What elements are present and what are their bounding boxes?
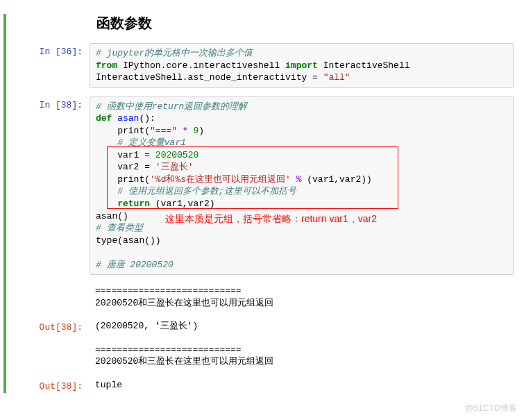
code-text: ( bbox=[144, 174, 150, 185]
annotation-text: 这里本质是元组，括号常省略：return var1，var2 bbox=[165, 212, 377, 226]
code-comment: # 查看类型 bbox=[96, 223, 143, 233]
output-cell: Out[38]: tuple bbox=[6, 378, 524, 393]
code-comment: # 唐唐 20200520 bbox=[96, 260, 174, 270]
code-op: % bbox=[291, 174, 307, 185]
input-prompt: In [36]: bbox=[27, 43, 90, 88]
code-text: InteractiveShell.ast_node_interactivity … bbox=[96, 72, 323, 83]
code-text: asan() bbox=[96, 211, 128, 221]
code-op: * bbox=[177, 126, 193, 136]
output-cell: =========================== 20200520和三盈长… bbox=[6, 283, 524, 310]
stream-output: =========================== 20200520和三盈长… bbox=[90, 342, 514, 369]
code-comment: # 函数中使用return返回参数的理解 bbox=[96, 101, 247, 112]
code-keyword: import bbox=[285, 60, 318, 71]
notebook-container: 函数参数 In [36]: # jupyter的单元格中一次输出多个值 from… bbox=[3, 14, 524, 393]
code-comment: # 使用元组返回多个参数;这里可以不加括号 bbox=[96, 186, 296, 196]
output-prompt: Out[38]: bbox=[27, 319, 90, 334]
code-text: (var1,var2)) bbox=[307, 174, 372, 185]
code-text: (): bbox=[139, 113, 155, 124]
code-cell: In [36]: # jupyter的单元格中一次输出多个值 from IPyt… bbox=[6, 43, 524, 88]
code-cell: In [38]: # 函数中使用return返回参数的理解 def asan()… bbox=[6, 96, 524, 276]
code-input[interactable]: # jupyter的单元格中一次输出多个值 from IPython.core.… bbox=[90, 43, 514, 88]
code-text: (var1,var2) bbox=[150, 199, 215, 209]
code-number: 20200520 bbox=[155, 150, 198, 160]
code-def: asan bbox=[112, 113, 139, 124]
code-text: type(asan()) bbox=[96, 235, 161, 246]
empty-prompt bbox=[27, 342, 90, 369]
code-text: var2 = bbox=[96, 162, 155, 172]
code-text: ( bbox=[144, 126, 150, 136]
code-string: "all" bbox=[323, 72, 350, 83]
code-comment: # 定义变量var1 bbox=[96, 137, 186, 148]
watermark: @51CTO博客 bbox=[465, 403, 517, 414]
code-string: '三盈长' bbox=[155, 162, 194, 172]
section-heading: 函数参数 bbox=[96, 14, 524, 33]
empty-prompt bbox=[27, 283, 90, 310]
code-string: "===" bbox=[150, 126, 177, 136]
result-output: (20200520, '三盈长') bbox=[90, 319, 514, 334]
code-text: print bbox=[96, 174, 144, 185]
code-keyword: from bbox=[96, 60, 117, 71]
code-text: InteractiveShell bbox=[318, 60, 410, 71]
code-text: IPython.core.interactiveshell bbox=[117, 60, 285, 71]
stream-output: =========================== 20200520和三盈长… bbox=[90, 283, 514, 310]
code-string: '%d和%s在这里也可以用元组返回' bbox=[150, 174, 291, 185]
code-input[interactable]: # 函数中使用return返回参数的理解 def asan(): print("… bbox=[90, 96, 514, 276]
code-keyword: return bbox=[96, 199, 150, 209]
result-output: tuple bbox=[90, 378, 514, 393]
code-text: print bbox=[96, 126, 144, 136]
output-prompt: Out[38]: bbox=[27, 378, 90, 393]
input-prompt: In [38]: bbox=[27, 96, 90, 276]
code-text: var1 = bbox=[96, 150, 155, 160]
output-cell: Out[38]: (20200520, '三盈长') bbox=[6, 319, 524, 334]
code-comment: # jupyter的单元格中一次输出多个值 bbox=[96, 48, 253, 58]
code-keyword: def bbox=[96, 113, 112, 124]
output-cell: =========================== 20200520和三盈长… bbox=[6, 342, 524, 369]
code-text: ) bbox=[198, 126, 204, 136]
